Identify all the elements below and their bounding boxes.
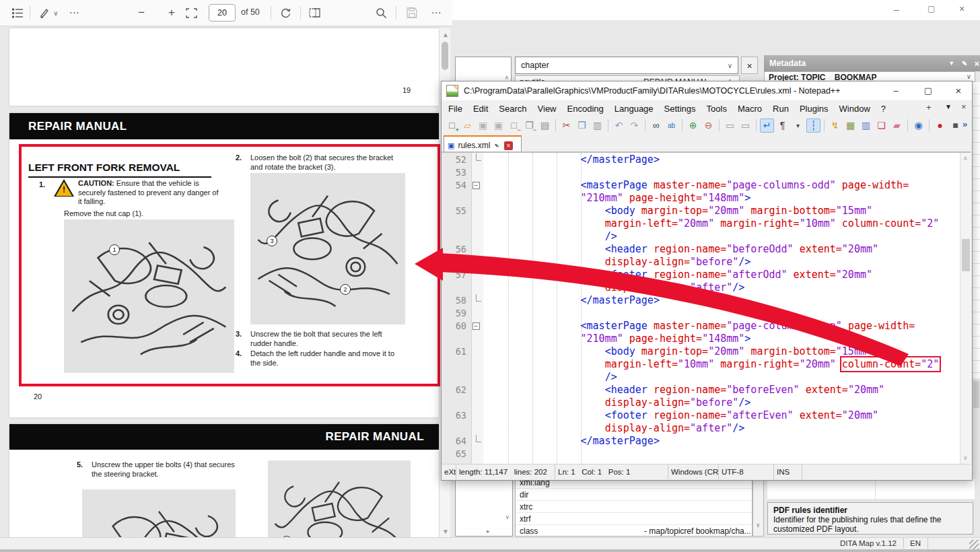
word-wrap-icon[interactable]: ↵ bbox=[760, 118, 774, 133]
close-all-icon[interactable]: ❐− bbox=[522, 118, 536, 133]
status-encoding[interactable]: UTF-8 bbox=[719, 464, 774, 479]
menu-tools[interactable]: Tools bbox=[701, 104, 732, 114]
attribute-row-class[interactable]: class- map/topicref bookmap/cha... bbox=[516, 525, 752, 537]
code-line-59[interactable]: 59 bbox=[442, 307, 971, 320]
pdf-more-tools-icon[interactable]: ⋯ bbox=[66, 5, 82, 21]
zoom-in-icon[interactable]: ⊕ bbox=[686, 118, 700, 133]
pdf-more-options-icon[interactable]: ⋯ bbox=[428, 5, 444, 21]
code-line-wrap[interactable]: "210mm" page-height="148mm"> bbox=[442, 192, 971, 205]
search-icon[interactable] bbox=[373, 5, 389, 21]
rotate-icon[interactable] bbox=[277, 5, 293, 21]
code-line-54[interactable]: 54− <masterPage master-name="page-column… bbox=[442, 179, 971, 192]
npp-editor[interactable]: 52 </masterPage>5354− <masterPage master… bbox=[442, 153, 971, 464]
chevron-down-icon[interactable]: ∨ bbox=[728, 62, 732, 69]
code-line-wrap[interactable]: "210mm" page-height="148mm"> bbox=[442, 333, 971, 345]
zoom-in-icon[interactable]: + bbox=[164, 5, 180, 21]
code-line-wrap[interactable]: display-align="after"/> bbox=[442, 281, 971, 294]
attributes-scroll-down-icon[interactable]: ∨ bbox=[756, 522, 761, 528]
undo-icon[interactable]: ↶ bbox=[612, 118, 626, 133]
code-line-57[interactable]: 57 <footer region-name="afterOdd" extent… bbox=[442, 269, 971, 281]
folder-workspace-icon[interactable]: ▰ bbox=[890, 118, 904, 133]
app-close-button[interactable]: × bbox=[959, 3, 965, 14]
npp-close-button[interactable]: × bbox=[945, 81, 972, 100]
status-eol-format[interactable]: Windows (CR LF) bbox=[668, 464, 719, 479]
resize-grip[interactable] bbox=[969, 540, 979, 549]
app-minimize-button[interactable]: – bbox=[894, 4, 899, 15]
attribute-row-dir[interactable]: dir bbox=[516, 489, 752, 501]
attribute-row-xmllang[interactable]: xml:lang bbox=[516, 479, 752, 489]
find-icon[interactable]: ∞ bbox=[649, 118, 663, 133]
show-symbols-icon[interactable]: ¶ bbox=[775, 118, 790, 133]
tree-scroll-right-icon[interactable]: ▸ bbox=[487, 528, 490, 534]
doc-switcher-icon[interactable]: ▥ bbox=[859, 118, 873, 133]
annotate-chevron-icon[interactable]: ∨ bbox=[51, 5, 61, 21]
sync-h-icon[interactable]: ▭ bbox=[738, 118, 753, 133]
attributes-scrollbar[interactable]: ∨ bbox=[753, 479, 764, 537]
status-insert-mode[interactable]: INS bbox=[774, 464, 802, 479]
metadata-chevron-icon[interactable]: ▼ bbox=[948, 60, 954, 67]
chapter-combobox[interactable]: chapter ∨ bbox=[515, 57, 738, 74]
code-line-wrap[interactable]: margin-left="20mm" margin-right="10mm" c… bbox=[442, 217, 971, 230]
menu-plugins[interactable]: Plugins bbox=[794, 104, 834, 114]
code-line-wrap[interactable]: display-align="before"/> bbox=[442, 396, 971, 409]
indent-guide-icon[interactable]: ┆ bbox=[806, 118, 820, 133]
doc-map-icon[interactable]: ▦ bbox=[843, 118, 858, 133]
preview-icon[interactable]: ◉ bbox=[911, 118, 925, 133]
code-line-61[interactable]: 61 <body margin-top="20mm" margin-bottom… bbox=[442, 345, 971, 358]
editor-scroll-up-icon[interactable]: ∧ bbox=[963, 155, 968, 162]
tree-scroll-down-icon[interactable]: ∨ bbox=[505, 514, 510, 520]
editor-scrollbar[interactable]: ∧ ∨ bbox=[960, 153, 971, 464]
symbols-menu-icon[interactable]: ▾ bbox=[791, 118, 805, 133]
scroll-down-icon[interactable]: ▼ bbox=[442, 528, 449, 535]
metadata-grid-thumb[interactable] bbox=[973, 381, 979, 408]
cut-icon[interactable]: ✂ bbox=[559, 118, 573, 133]
code-line-63[interactable]: 63 <footer region-name="afterEven" exten… bbox=[442, 409, 971, 422]
annotate-pen-icon[interactable] bbox=[36, 5, 53, 21]
macro-stop-icon[interactable]: ■ bbox=[948, 118, 963, 133]
npp-tab-list-chevron-icon[interactable]: ▼ bbox=[945, 103, 952, 110]
tab-pin-icon[interactable]: ✒ bbox=[493, 141, 501, 150]
chapter-close-button[interactable]: × bbox=[741, 57, 758, 74]
code-line-62[interactable]: 62 <header region-name="beforeEven" exte… bbox=[442, 384, 971, 396]
code-line-60[interactable]: 60− <masterPage master-name="page-column… bbox=[442, 320, 971, 333]
npp-maximize-button[interactable]: ▢ bbox=[915, 81, 942, 100]
npp-minimize-button[interactable]: – bbox=[882, 81, 909, 100]
code-line-52[interactable]: 52 </masterPage> bbox=[442, 153, 971, 166]
copy-icon[interactable]: ❐ bbox=[575, 118, 589, 133]
menu-[interactable]: ? bbox=[876, 104, 891, 114]
menu-macro[interactable]: Macro bbox=[732, 104, 767, 114]
menu-search[interactable]: Search bbox=[493, 104, 532, 114]
tab-close-icon[interactable]: × bbox=[504, 141, 513, 150]
metadata-close-icon[interactable]: × bbox=[974, 59, 979, 69]
toolbar-overflow-icon[interactable]: » bbox=[963, 119, 967, 129]
editor-scroll-down-icon[interactable]: ∨ bbox=[963, 454, 968, 461]
pdf-scrollbar-thumb[interactable] bbox=[442, 42, 448, 70]
close-doc-icon[interactable]: □− bbox=[507, 118, 521, 133]
save-icon[interactable]: ▣ bbox=[476, 118, 490, 133]
fit-page-icon[interactable] bbox=[183, 5, 199, 21]
code-line-wrap[interactable]: /> bbox=[442, 371, 971, 384]
npp-titlebar[interactable]: ✎ C:\ProgramData\ParallelGraphics\VMProd… bbox=[442, 81, 972, 100]
print-icon[interactable]: ▤ bbox=[538, 118, 552, 133]
code-line-56[interactable]: 56 <header region-name="beforeOdd" exten… bbox=[442, 243, 971, 256]
file-ops-icon[interactable]: ❏ bbox=[874, 118, 888, 133]
save-icon[interactable] bbox=[404, 5, 420, 21]
code-line-58[interactable]: 58 </masterPage> bbox=[442, 294, 971, 307]
redo-icon[interactable]: ↷ bbox=[627, 118, 641, 133]
npp-tab-close-icon[interactable]: × bbox=[961, 102, 967, 112]
editor-scrollbar-thumb[interactable] bbox=[962, 239, 970, 271]
zoom-out-icon[interactable]: − bbox=[133, 5, 149, 21]
attribute-row-xtrc[interactable]: xtrc bbox=[516, 501, 752, 513]
menu-edit[interactable]: Edit bbox=[468, 104, 493, 114]
scroll-up-icon[interactable]: ▲ bbox=[442, 31, 449, 38]
menu-file[interactable]: File bbox=[443, 104, 468, 114]
metadata-panel-header[interactable]: Metadata ▼ ✒ × bbox=[764, 55, 980, 71]
paste-icon[interactable]: ▥ bbox=[590, 118, 604, 133]
zoom-out-icon[interactable]: ⊖ bbox=[701, 118, 715, 133]
menu-language[interactable]: Language bbox=[609, 104, 659, 114]
new-file-icon[interactable]: □+ bbox=[445, 118, 459, 133]
attribute-row-xtrf[interactable]: xtrf bbox=[516, 513, 752, 525]
page-number-input[interactable]: 20 bbox=[209, 4, 236, 22]
npp-tab-new-icon[interactable]: + bbox=[926, 102, 932, 112]
code-line-wrap[interactable]: display-align="after"/> bbox=[442, 422, 971, 435]
